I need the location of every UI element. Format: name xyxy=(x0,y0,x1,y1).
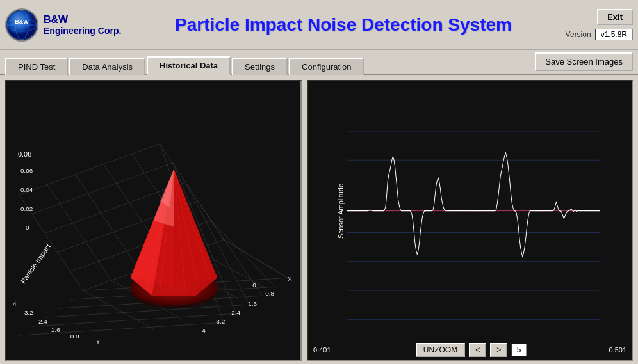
waveform-bottom-bar: 0.401 UNZOOM < > 5 0.501 xyxy=(308,340,632,360)
company-name: B&W Engineering Corp. xyxy=(44,14,121,36)
page-number[interactable]: 5 xyxy=(511,344,527,356)
x-max-label: 0.501 xyxy=(602,346,626,354)
chart-3d-svg: 0.08 0.06 0.04 0.02 0 0.8 1.6 2.4 3.2 4 … xyxy=(6,81,300,360)
nav-prev-button[interactable]: < xyxy=(469,343,486,357)
version-label: Version xyxy=(566,30,591,39)
app-title: Particle Impact Noise Detection System xyxy=(121,15,565,35)
save-screen-button[interactable]: Save Screen Images xyxy=(535,52,633,71)
exit-button[interactable]: Exit xyxy=(597,9,633,25)
svg-text:X: X xyxy=(288,275,292,282)
app-title-area: Particle Impact Noise Detection System xyxy=(121,15,565,35)
svg-text:4: 4 xyxy=(13,300,17,307)
svg-text:0.08: 0.08 xyxy=(18,150,31,158)
svg-text:0.8: 0.8 xyxy=(265,290,274,297)
svg-text:3.2: 3.2 xyxy=(216,318,225,325)
tab-settings[interactable]: Settings xyxy=(232,58,288,75)
tab-pind-test[interactable]: PIND Test xyxy=(5,58,68,75)
svg-text:1.6: 1.6 xyxy=(51,326,60,333)
header-right: Exit Version v1.5.8R xyxy=(566,9,633,40)
company-logo: B&W xyxy=(5,8,38,42)
unzoom-button[interactable]: UNZOOM xyxy=(416,343,465,357)
tab-data-analysis[interactable]: Data Analysis xyxy=(69,58,145,75)
version-value: v1.5.8R xyxy=(595,29,633,40)
main-content: 0.08 0.06 0.04 0.02 0 0.8 1.6 2.4 3.2 4 … xyxy=(0,75,638,364)
x-min-label: 0.401 xyxy=(313,346,338,354)
svg-text:1.6: 1.6 xyxy=(248,300,257,307)
svg-text:0: 0 xyxy=(26,224,29,231)
tab-bar: PIND Test Data Analysis Historical Data … xyxy=(0,50,638,75)
svg-text:Y: Y xyxy=(96,338,101,345)
svg-text:0.8: 0.8 xyxy=(70,333,79,340)
company-line1: B&W xyxy=(44,14,121,26)
logo-area: B&W B&W Engineering Corp. xyxy=(5,8,121,42)
svg-text:0: 0 xyxy=(252,281,256,289)
svg-text:0.02: 0.02 xyxy=(20,205,33,212)
tab-historical-data[interactable]: Historical Data xyxy=(147,56,231,75)
svg-text:2.4: 2.4 xyxy=(38,318,47,325)
waveform-area: Sensor Amplitude 0.080 xyxy=(308,81,632,340)
version-area: Version v1.5.8R xyxy=(566,29,633,40)
nav-next-button[interactable]: > xyxy=(490,343,507,357)
tab-configuration[interactable]: Configuration xyxy=(289,58,364,75)
header: B&W B&W Engineering Corp. Particle Impac… xyxy=(0,0,638,50)
svg-text:3.2: 3.2 xyxy=(24,309,33,316)
company-line2: Engineering Corp. xyxy=(44,26,121,36)
svg-text:0.06: 0.06 xyxy=(20,167,33,174)
chart-3d-panel: 0.08 0.06 0.04 0.02 0 0.8 1.6 2.4 3.2 4 … xyxy=(5,80,302,361)
y-axis-label: Sensor Amplitude xyxy=(337,183,345,238)
svg-text:B&W: B&W xyxy=(15,19,29,25)
svg-text:0.04: 0.04 xyxy=(20,186,33,193)
svg-text:2.4: 2.4 xyxy=(231,309,240,316)
tab-bar-right: Save Screen Images xyxy=(535,52,633,74)
svg-text:4: 4 xyxy=(202,327,206,334)
waveform-svg: 0.080 0.060 0.040 0.020 0.000 -0.020 -0.… xyxy=(347,88,600,334)
waveform-panel: Sensor Amplitude 0.080 xyxy=(307,80,633,361)
